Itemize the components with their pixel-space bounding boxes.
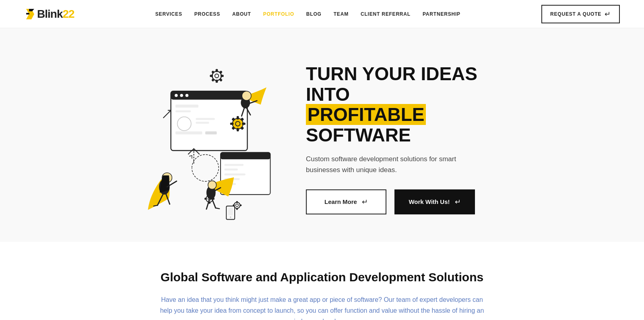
svg-rect-22	[236, 208, 238, 210]
svg-rect-41	[225, 164, 244, 166]
svg-point-20	[236, 204, 239, 207]
svg-rect-11	[211, 79, 215, 82]
svg-point-57	[242, 91, 251, 100]
hero-section: TURN YOUR IDEAS INTO PROFITABLE SOFTWARE…	[0, 28, 644, 242]
nav-services[interactable]: SERVICES	[155, 11, 182, 17]
svg-rect-9	[211, 71, 215, 74]
svg-rect-12	[219, 71, 223, 74]
svg-marker-1	[29, 9, 34, 11]
nav-team[interactable]: TEAM	[334, 11, 349, 17]
svg-point-68	[208, 181, 217, 189]
svg-line-25	[163, 110, 171, 118]
svg-point-4	[215, 74, 219, 78]
nav-client-referral[interactable]: CLIENT REFERRAL	[361, 11, 411, 17]
hero-buttons: Learn More ↵ Work With Us! ↵	[306, 189, 515, 214]
nav-process[interactable]: PROCESS	[194, 11, 220, 17]
hero-heading-highlight: PROFITABLE	[306, 104, 426, 125]
svg-point-29	[180, 94, 183, 97]
svg-rect-8	[221, 75, 224, 77]
svg-point-47	[235, 121, 240, 126]
nav-portfolio[interactable]: PORTFOLIO	[263, 11, 294, 17]
enter-icon: ↵	[605, 10, 611, 19]
svg-rect-48	[237, 116, 239, 120]
learn-more-button[interactable]: Learn More ↵	[306, 189, 386, 214]
enter-icon-work: ↵	[455, 197, 461, 206]
logo-text: Blink22	[37, 8, 74, 21]
work-with-us-button[interactable]: Work With Us! ↵	[394, 189, 475, 214]
svg-rect-50	[230, 123, 234, 125]
svg-line-70	[212, 199, 216, 208]
svg-rect-74	[228, 208, 233, 215]
main-nav: SERVICES PROCESS ABOUT PORTFOLIO BLOG TE…	[155, 11, 460, 17]
global-section: Global Software and Application Developm…	[0, 242, 644, 320]
svg-rect-32	[175, 110, 191, 112]
nav-partnership[interactable]: PARTNERSHIP	[423, 11, 460, 17]
svg-rect-34	[196, 118, 215, 120]
svg-rect-35	[196, 122, 209, 124]
svg-rect-21	[236, 201, 238, 203]
svg-rect-37	[205, 131, 217, 135]
nav-about[interactable]: ABOUT	[232, 11, 251, 17]
svg-rect-36	[175, 131, 202, 135]
svg-point-28	[175, 94, 178, 97]
hero-illustration	[129, 54, 282, 224]
svg-rect-42	[225, 168, 238, 170]
logo[interactable]: Blink22	[24, 8, 74, 21]
learn-more-label: Learn More	[324, 198, 357, 205]
svg-line-71	[216, 208, 220, 209]
nav-blog[interactable]: BLOG	[306, 11, 322, 17]
cta-label: REQUEST A QUOTE	[550, 11, 601, 17]
request-quote-button[interactable]: REQUEST A QUOTE ↵	[541, 5, 620, 23]
svg-rect-31	[175, 105, 198, 108]
hero-heading-line1: TURN YOUR IDEAS INTO	[306, 63, 477, 105]
hero-content: TURN YOUR IDEAS INTO PROFITABLE SOFTWARE…	[306, 64, 515, 214]
global-body: Have an idea that you think might just m…	[157, 294, 487, 320]
svg-rect-49	[237, 128, 239, 131]
svg-rect-2	[26, 13, 29, 15]
hero-heading-line2: SOFTWARE	[306, 125, 411, 145]
hero-subtext: Custom software development solutions fo…	[306, 154, 491, 175]
svg-rect-5	[216, 69, 218, 72]
svg-rect-7	[210, 75, 213, 77]
work-with-us-label: Work With Us!	[409, 198, 450, 205]
svg-rect-51	[242, 123, 246, 125]
svg-point-30	[186, 94, 189, 97]
enter-icon-learn: ↵	[362, 197, 368, 206]
svg-point-75	[230, 216, 231, 218]
logo-icon	[24, 8, 36, 20]
global-heading: Global Software and Application Developm…	[80, 270, 564, 285]
svg-rect-43	[225, 174, 246, 176]
svg-rect-17	[204, 198, 207, 200]
svg-rect-24	[240, 204, 242, 206]
hero-heading: TURN YOUR IDEAS INTO PROFITABLE SOFTWARE	[306, 64, 515, 145]
logo-link-text: link	[45, 8, 62, 20]
svg-rect-6	[216, 80, 218, 83]
svg-rect-40	[221, 152, 270, 159]
logo-22: 22	[62, 8, 74, 20]
